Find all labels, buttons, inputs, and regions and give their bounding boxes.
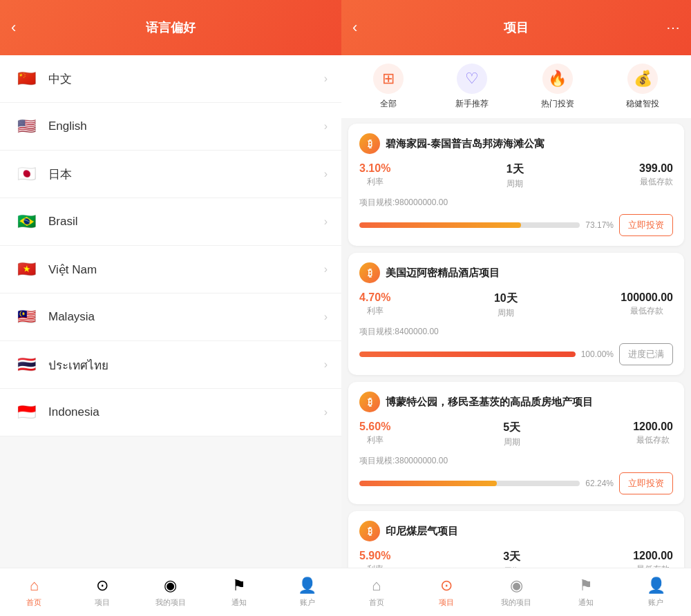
project-scale-2: 项目规模:8400000.00 <box>359 326 673 338</box>
right-nav-notice[interactable]: ⚑ 通知 <box>551 577 621 608</box>
nav-label-notice: 通知 <box>231 597 247 608</box>
right-nav-account[interactable]: 👤 账户 <box>621 577 691 608</box>
chevron-icon: › <box>324 120 328 133</box>
left-nav-myproject[interactable]: ◉ 我的项目 <box>137 577 205 608</box>
flag-id: 🇮🇩 <box>14 400 39 425</box>
cat-label-new: 新手推荐 <box>455 98 489 110</box>
cat-label-all: 全部 <box>380 98 397 110</box>
cat-icon-hot: 🔥 <box>542 64 573 94</box>
chevron-icon: › <box>324 263 328 276</box>
progress-row-1: 73.17% 立即投资 <box>359 214 673 236</box>
deposit-label-2: 最低存款 <box>630 305 663 317</box>
bitcoin-icon-4: ₿ <box>359 521 380 541</box>
right-back-button[interactable]: ‹ <box>352 19 357 37</box>
stat-rate-3: 5.60% 利率 <box>359 421 390 448</box>
project-stats-1: 3.10% 利率 1天 周期 399.00 最低存款 <box>359 162 673 190</box>
flag-th: 🇹🇭 <box>14 352 39 377</box>
flag-en: 🇺🇸 <box>14 114 39 139</box>
progress-label-2: 100.00% <box>581 349 614 359</box>
language-item-ja[interactable]: 🇯🇵 日本 › <box>0 151 341 198</box>
invest-button-3[interactable]: 立即投资 <box>619 472 673 494</box>
bitcoin-icon-3: ₿ <box>359 392 380 412</box>
right-nav-project[interactable]: ⊙ 项目 <box>411 577 481 608</box>
left-panel: ‹ 语言偏好 🇨🇳 中文 › 🇺🇸 English › 🇯🇵 日本 › 🇧🇷 B… <box>0 0 341 616</box>
project-card-4: ₿ 印尼煤层气项目 5.90% 利率 3天 周期 1200.00 最低存款 项目… <box>348 511 684 568</box>
language-item-th[interactable]: 🇹🇭 ประเทศไทย › <box>0 341 341 389</box>
right-header: ‹ 项目 ⋯ <box>341 0 691 55</box>
stat-period-4: 3天 周期 <box>503 550 520 568</box>
left-nav-notice[interactable]: ⚑ 通知 <box>205 577 273 608</box>
category-tab-hot[interactable]: 🔥 热门投资 <box>541 64 574 110</box>
lang-name-ja: 日本 <box>48 166 324 182</box>
stat-period-1: 1天 周期 <box>507 162 524 190</box>
nav-icon-notice: ⚑ <box>232 577 246 595</box>
left-bottom-nav: ⌂ 首页 ⊙ 项目 ◉ 我的项目 ⚑ 通知 👤 账户 <box>0 568 341 616</box>
left-nav-home[interactable]: ⌂ 首页 <box>0 577 68 608</box>
project-title-2: 美国迈阿密精品酒店项目 <box>386 267 500 280</box>
project-title-row-3: ₿ 博蒙特公园，移民圣基茨的高品质房地产项目 <box>359 392 673 412</box>
deposit-value-1: 399.00 <box>639 162 673 175</box>
chevron-icon: › <box>324 311 328 323</box>
category-tab-stable[interactable]: 💰 稳健智投 <box>626 64 659 110</box>
period-label-3: 周期 <box>504 436 520 448</box>
cat-icon-new: ♡ <box>457 64 487 94</box>
period-value-1: 1天 <box>507 162 524 177</box>
project-scale-3: 项目规模:380000000.00 <box>359 455 673 467</box>
project-stats-2: 4.70% 利率 10天 周期 100000.00 最低存款 <box>359 291 673 319</box>
category-tab-new[interactable]: ♡ 新手推荐 <box>455 64 489 110</box>
language-list: 🇨🇳 中文 › 🇺🇸 English › 🇯🇵 日本 › 🇧🇷 Brasil ›… <box>0 55 341 568</box>
lang-name-vn: Việt Nam <box>48 262 324 277</box>
rate-value-2: 4.70% <box>359 291 390 304</box>
flag-br: 🇧🇷 <box>14 209 39 234</box>
project-card-1: ₿ 碧海家园-泰国普吉岛邦涛海滩公寓 3.10% 利率 1天 周期 399.00… <box>348 124 684 246</box>
cat-icon-stable: 💰 <box>627 64 658 94</box>
progress-bar-1 <box>359 222 580 228</box>
stat-rate-1: 3.10% 利率 <box>359 162 390 190</box>
left-nav-account[interactable]: 👤 账户 <box>273 577 341 608</box>
right-nav-home[interactable]: ⌂ 首页 <box>341 577 411 608</box>
right-nav-myproject[interactable]: ◉ 我的项目 <box>481 577 551 608</box>
language-item-en[interactable]: 🇺🇸 English › <box>0 103 341 151</box>
language-item-my[interactable]: 🇲🇾 Malaysia › <box>0 293 341 341</box>
project-scale-1: 项目规模:980000000.00 <box>359 197 673 209</box>
nav-label-home: 首页 <box>26 597 41 608</box>
rate-label-2: 利率 <box>367 305 384 317</box>
flag-ja: 🇯🇵 <box>14 162 39 186</box>
deposit-label-1: 最低存款 <box>640 176 673 188</box>
language-item-zh[interactable]: 🇨🇳 中文 › <box>0 55 341 103</box>
progress-label-1: 73.17% <box>585 220 614 230</box>
invest-button-2[interactable]: 进度已满 <box>619 343 673 365</box>
stat-deposit-2: 100000.00 最低存款 <box>621 291 673 319</box>
project-card-3: ₿ 博蒙特公园，移民圣基茨的高品质房地产项目 5.60% 利率 5天 周期 12… <box>348 382 684 504</box>
period-value-4: 3天 <box>503 550 520 564</box>
left-back-button[interactable]: ‹ <box>11 19 16 37</box>
right-bottom-nav: ⌂ 首页 ⊙ 项目 ◉ 我的项目 ⚑ 通知 👤 账户 <box>341 568 691 616</box>
lang-name-th: ประเทศไทย <box>48 356 324 374</box>
rate-value-3: 5.60% <box>359 421 390 433</box>
project-card-2: ₿ 美国迈阿密精品酒店项目 4.70% 利率 10天 周期 100000.00 … <box>348 253 684 375</box>
category-tab-all[interactable]: ⊞ 全部 <box>373 64 404 110</box>
message-button[interactable]: ⋯ <box>666 19 680 36</box>
chevron-icon: › <box>324 358 328 371</box>
nav-icon-myproject: ◉ <box>164 577 177 595</box>
nav-icon-account: 👤 <box>298 577 316 595</box>
invest-button-1[interactable]: 立即投资 <box>619 214 673 236</box>
lang-name-en: English <box>48 119 324 133</box>
right-panel: ‹ 项目 ⋯ ⊞ 全部 ♡ 新手推荐 🔥 热门投资 💰 稳健智投 ₿ 碧海家园-… <box>341 0 691 616</box>
right-nav-icon-home: ⌂ <box>372 577 381 595</box>
project-title-1: 碧海家园-泰国普吉岛邦涛海滩公寓 <box>386 137 545 151</box>
progress-row-2: 100.00% 进度已满 <box>359 343 673 365</box>
deposit-label-3: 最低存款 <box>636 434 670 446</box>
category-tabs: ⊞ 全部 ♡ 新手推荐 🔥 热门投资 💰 稳健智投 <box>341 55 691 118</box>
progress-fill-2 <box>359 352 576 357</box>
progress-fill-1 <box>359 222 521 228</box>
language-item-br[interactable]: 🇧🇷 Brasil › <box>0 198 341 246</box>
language-item-vn[interactable]: 🇻🇳 Việt Nam › <box>0 246 341 293</box>
nav-label-project: 项目 <box>95 597 110 608</box>
right-nav-icon-myproject: ◉ <box>510 577 523 595</box>
language-item-id[interactable]: 🇮🇩 Indonesia › <box>0 389 341 436</box>
rate-value-4: 5.90% <box>359 550 390 562</box>
lang-name-my: Malaysia <box>48 310 324 324</box>
bitcoin-icon-2: ₿ <box>359 262 380 283</box>
left-nav-project[interactable]: ⊙ 项目 <box>68 577 137 608</box>
